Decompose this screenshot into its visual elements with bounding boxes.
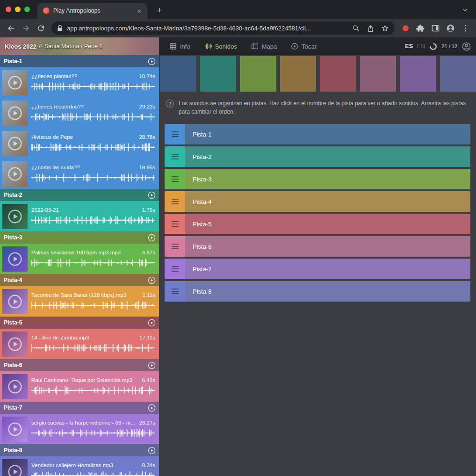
play-sound-icon[interactable] [7, 209, 22, 224]
back-icon[interactable] [4, 21, 18, 35]
side-panel-icon[interactable] [428, 21, 442, 35]
new-tab-button[interactable]: + [153, 4, 166, 17]
track-header[interactable]: Pista-4 [0, 274, 159, 286]
sound-thumbnail[interactable] [2, 204, 28, 229]
play-sound-icon[interactable] [7, 106, 22, 121]
track-swatch[interactable] [280, 56, 317, 92]
track-row[interactable]: Pista-3 [165, 169, 470, 189]
tab-search-chevron-icon[interactable] [462, 7, 469, 13]
zoom-icon[interactable] [351, 23, 361, 33]
drag-handle[interactable] [165, 214, 185, 234]
track-swatch[interactable] [440, 56, 476, 92]
sound-item[interactable]: ¿¿como las cuida??19.95s [0, 159, 159, 189]
sound-thumbnail[interactable] [2, 289, 28, 314]
sound-thumbnail[interactable] [2, 161, 28, 187]
track-header[interactable]: Pista-5 [0, 317, 159, 329]
sound-item[interactable]: 2022-03-211.79s [0, 201, 159, 231]
bookmark-star-icon[interactable] [380, 23, 390, 33]
track-swatch[interactable] [160, 56, 196, 92]
track-swatch[interactable] [360, 56, 397, 92]
nav-mapa[interactable]: Mapa [251, 43, 277, 50]
drag-handle[interactable] [165, 146, 185, 167]
drag-handle[interactable] [165, 281, 185, 302]
track-row[interactable]: Pista-5 [165, 214, 470, 234]
play-track-icon[interactable] [148, 234, 156, 242]
nav-tocar[interactable]: Tocar [291, 43, 317, 50]
track-swatch[interactable] [400, 56, 436, 92]
play-track-icon[interactable] [148, 191, 156, 199]
track-row[interactable]: Pista-7 [165, 259, 470, 279]
play-track-icon[interactable] [148, 447, 156, 454]
nav-info[interactable]: Info [169, 43, 190, 50]
track-header[interactable]: Pista-3 [0, 231, 159, 244]
track-row[interactable]: Pista-8 [165, 281, 470, 302]
track-row[interactable]: Pista-2 [165, 146, 470, 167]
play-sound-icon[interactable] [7, 464, 22, 476]
sound-thumbnail[interactable] [2, 101, 28, 126]
track-swatch[interactable] [200, 56, 237, 92]
drag-handle[interactable] [165, 236, 185, 257]
sound-item[interactable]: sergio cuevas - la harpe indienne - 03 -… [0, 414, 159, 444]
sound-thumbnail[interactable] [2, 246, 28, 272]
sound-item[interactable]: Hiviscus de Pepe28.78s [0, 128, 159, 159]
profile-avatar[interactable] [443, 21, 457, 35]
close-window-button[interactable] [6, 7, 11, 12]
breadcrumb[interactable]: Kleos 2022 // Santa Marina / Pepe 1 [0, 37, 159, 55]
play-sound-icon[interactable] [7, 294, 22, 309]
track-header[interactable]: Pista-8 [0, 444, 159, 456]
track-header[interactable]: Pista-2 [0, 189, 159, 201]
play-sound-icon[interactable] [7, 422, 22, 437]
sound-thumbnail[interactable] [2, 374, 28, 399]
drag-handle[interactable] [165, 259, 185, 279]
extensions-puzzle-icon[interactable] [413, 21, 427, 35]
play-track-icon[interactable] [148, 319, 156, 327]
sound-item[interactable]: Raul Cantizano- Toque por Solenoide.mp36… [0, 371, 159, 402]
minimize-window-button[interactable] [15, 7, 21, 12]
account-icon[interactable] [462, 42, 471, 51]
track-row[interactable]: Pista-4 [165, 191, 470, 212]
play-sound-icon[interactable] [7, 337, 22, 352]
reload-icon[interactable] [34, 21, 48, 35]
track-header[interactable]: Pista-7 [0, 402, 159, 414]
sound-item[interactable]: 14 - Aire de Zamba.mp317.11s [0, 329, 159, 359]
track-swatch[interactable] [320, 56, 356, 92]
maximize-window-button[interactable] [24, 7, 30, 12]
sound-thumbnail[interactable] [2, 131, 28, 156]
browser-menu-kebab-icon[interactable] [458, 21, 472, 35]
tab-close-icon[interactable]: × [135, 7, 144, 15]
play-track-icon[interactable] [148, 404, 156, 412]
play-track-icon[interactable] [148, 361, 156, 369]
lang-en-button[interactable]: EN [417, 43, 425, 50]
breadcrumb-path[interactable]: Santa Marina / Pepe 1 [44, 43, 102, 50]
track-row[interactable]: Pista-6 [165, 236, 470, 257]
sound-thumbnail[interactable] [2, 332, 28, 357]
sound-thumbnail[interactable] [2, 70, 28, 95]
play-sound-icon[interactable] [7, 136, 22, 151]
play-track-icon[interactable] [148, 58, 156, 65]
nav-sonidos[interactable]: Sonidos [204, 43, 237, 50]
forward-icon[interactable] [19, 21, 33, 35]
sound-item[interactable]: Palmas sevillanas 160 bpm mp3.mp34.87s [0, 244, 159, 274]
track-header[interactable]: Pista-1 [0, 55, 159, 67]
drag-handle[interactable] [165, 124, 185, 144]
play-sound-icon[interactable] [7, 166, 22, 181]
sound-thumbnail[interactable] [2, 417, 28, 442]
lang-es-button[interactable]: ES [405, 43, 413, 50]
track-row[interactable]: Pista-1 [165, 124, 470, 144]
record-extension-icon[interactable] [398, 21, 412, 35]
sound-item[interactable]: ¿¿tienes plantas??10.74s [0, 67, 159, 98]
drag-handle[interactable] [165, 169, 185, 189]
share-icon[interactable] [365, 23, 375, 33]
sound-thumbnail[interactable] [2, 459, 28, 476]
track-header[interactable]: Pista-6 [0, 359, 159, 371]
play-sound-icon[interactable] [7, 379, 22, 394]
breadcrumb-project[interactable]: Kleos 2022 [5, 43, 36, 50]
track-swatch[interactable] [240, 56, 276, 92]
address-bar[interactable]: app.antropoloops.com/Kleos-Santa-Marina/… [51, 22, 395, 35]
browser-tab[interactable]: Play Antropoloops × [37, 3, 147, 19]
drag-handle[interactable] [165, 191, 185, 212]
sound-item[interactable]: Vendedor callejero Hortalizas.mp38.34s [0, 456, 159, 476]
play-sound-icon[interactable] [7, 252, 22, 267]
play-sound-icon[interactable] [7, 75, 22, 90]
sound-item[interactable]: Taconeo de Sara Baras (128 kbps).mp31.11… [0, 286, 159, 317]
